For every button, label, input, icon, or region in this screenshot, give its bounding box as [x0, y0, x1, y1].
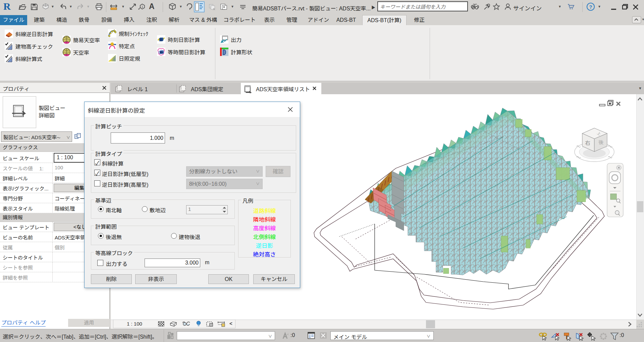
svg-text:1: 1	[142, 5, 143, 8]
svg-text:右: 右	[585, 138, 590, 147]
svg-text:?: ?	[589, 4, 592, 10]
svg-text:後: 後	[598, 138, 603, 146]
